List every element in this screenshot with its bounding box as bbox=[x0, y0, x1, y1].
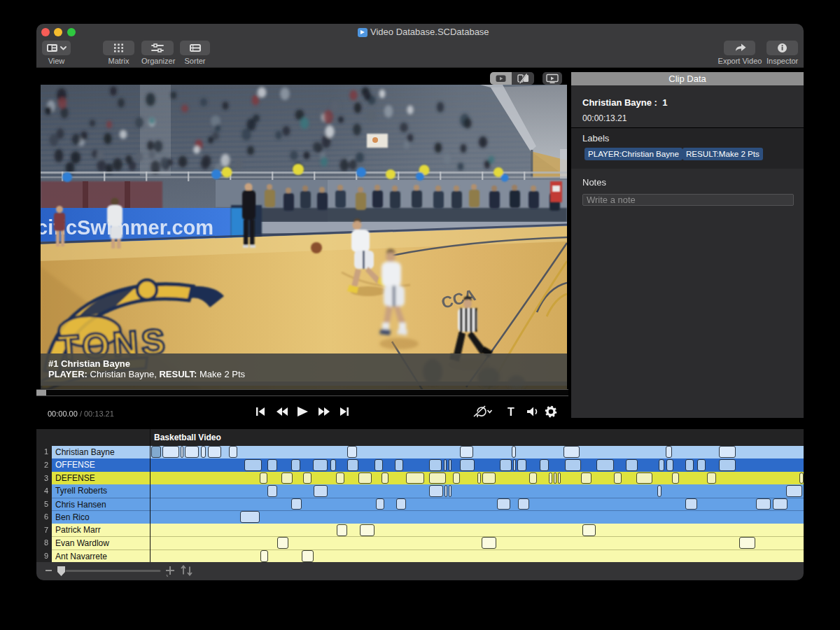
svg-text:cificSwimmer.com: cificSwimmer.com bbox=[41, 216, 214, 239]
svg-text:T: T bbox=[507, 406, 514, 418]
